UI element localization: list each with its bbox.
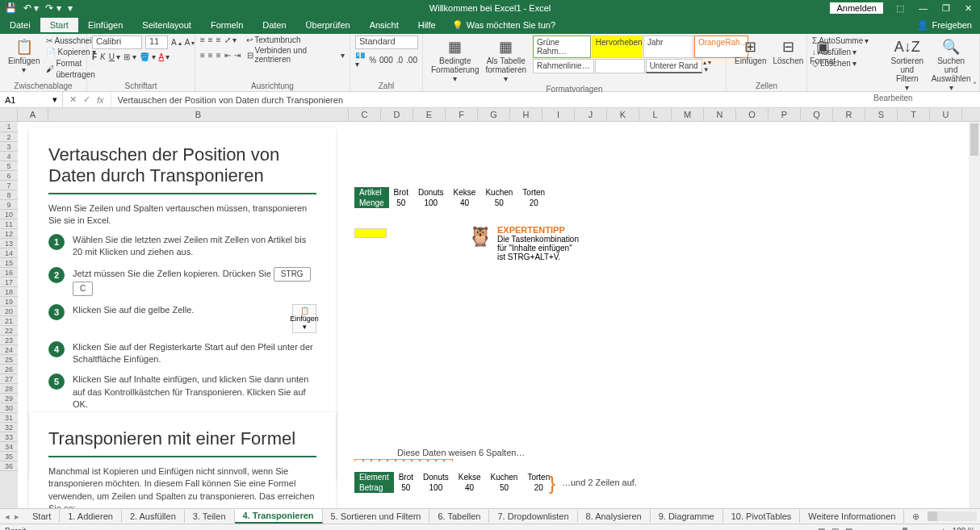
col-header[interactable]: T bbox=[898, 108, 930, 121]
col-header[interactable]: R bbox=[833, 108, 865, 121]
minimize-icon[interactable]: — bbox=[919, 3, 928, 14]
zoom-in-button[interactable]: + bbox=[941, 527, 946, 530]
tab-review[interactable]: Überprüfen bbox=[296, 18, 360, 32]
signin-button[interactable]: Anmelden bbox=[830, 2, 883, 14]
table-format-button[interactable]: ▦ Als Tabelle formatieren ▾ bbox=[482, 35, 530, 85]
font-name-select[interactable]: Calibri bbox=[92, 35, 142, 49]
tab-home[interactable]: Start bbox=[40, 18, 78, 32]
cancel-fx-icon[interactable]: ✕ bbox=[69, 94, 77, 105]
merge-button[interactable]: ⊟ Verbinden und zentrieren ▾ bbox=[247, 46, 345, 64]
tab-insert[interactable]: Einfügen bbox=[78, 18, 132, 32]
cell-style-2[interactable]: Hervorheben bbox=[592, 35, 643, 58]
sheet-tab[interactable]: Weitere Informationen bbox=[800, 510, 904, 523]
col-header[interactable]: G bbox=[478, 108, 510, 121]
new-sheet-button[interactable]: ⊕ bbox=[904, 511, 928, 522]
shrink-font-button[interactable]: A▾ bbox=[185, 38, 195, 47]
col-header[interactable]: E bbox=[413, 108, 446, 121]
tab-view[interactable]: Ansicht bbox=[360, 18, 408, 32]
zoom-out-button[interactable]: – bbox=[859, 527, 864, 530]
cond-format-button[interactable]: ▦ Bedingte Formatierung ▾ bbox=[428, 35, 482, 85]
tellme[interactable]: 💡 Was möchten Sie tun? bbox=[452, 20, 555, 31]
align-right-button[interactable]: ≡ bbox=[216, 46, 221, 64]
maximize-icon[interactable]: ❐ bbox=[942, 3, 950, 14]
tab-data[interactable]: Daten bbox=[253, 18, 295, 32]
number-format-select[interactable]: Standard bbox=[355, 35, 418, 49]
collapse-ribbon-button[interactable]: ˄ bbox=[973, 81, 977, 90]
sheet-tab[interactable]: 1. Addieren bbox=[60, 510, 122, 523]
accounting-button[interactable]: 💶▾ bbox=[355, 51, 366, 69]
col-header[interactable]: M bbox=[672, 108, 704, 121]
col-header[interactable]: O bbox=[736, 108, 769, 121]
align-mid-button[interactable]: ≡ bbox=[208, 35, 213, 44]
redo-icon[interactable]: ↷ ▾ bbox=[45, 2, 61, 14]
dec-dec-button[interactable]: .00 bbox=[406, 51, 417, 69]
fillcolor-button[interactable]: 🪣 ▾ bbox=[140, 52, 156, 61]
cell-style-6[interactable] bbox=[595, 59, 645, 73]
col-header[interactable]: F bbox=[446, 108, 478, 121]
vertical-scrollbar[interactable] bbox=[969, 122, 980, 508]
font-size-select[interactable]: 11 bbox=[145, 35, 168, 49]
share-button[interactable]: 👤 Freigeben bbox=[917, 20, 980, 31]
name-box[interactable]: A1▾ bbox=[0, 92, 63, 107]
sheet-tab[interactable]: 10. PivotTables bbox=[723, 510, 801, 523]
col-header[interactable]: J bbox=[575, 108, 607, 121]
col-header[interactable]: N bbox=[704, 108, 736, 121]
col-header[interactable]: D bbox=[381, 108, 413, 121]
col-header[interactable]: H bbox=[510, 108, 542, 121]
fx-icon[interactable]: fx bbox=[97, 95, 104, 105]
col-header[interactable]: Q bbox=[801, 108, 833, 121]
save-icon[interactable]: 💾 bbox=[5, 2, 17, 14]
cell-styles-dropdown[interactable]: ▴ ▾ ▼ bbox=[703, 59, 716, 73]
sort-button[interactable]: A↓ZSortieren und Filtern ▾ bbox=[886, 35, 928, 94]
sheet-tab[interactable]: 9. Diagramme bbox=[651, 510, 723, 523]
grow-font-button[interactable]: A▴ bbox=[171, 38, 182, 47]
sheet-tab[interactable]: 8. Analysieren bbox=[578, 510, 651, 523]
fill-button[interactable]: ↓ Ausfüllen ▾ bbox=[812, 47, 856, 58]
border-button[interactable]: ⊞ ▾ bbox=[124, 52, 136, 61]
sheet-tab-active[interactable]: 4. Transponieren bbox=[235, 509, 323, 524]
align-bot-button[interactable]: ≡ bbox=[216, 35, 221, 44]
align-top-button[interactable]: ≡ bbox=[200, 35, 205, 44]
view-pagelayout-icon[interactable]: ▤ bbox=[831, 527, 839, 530]
sheet-nav-next[interactable]: ▸ bbox=[15, 511, 19, 522]
col-header[interactable]: B bbox=[48, 108, 349, 121]
col-header[interactable]: P bbox=[769, 108, 801, 121]
col-header[interactable]: I bbox=[542, 108, 575, 121]
underline-button[interactable]: U ▾ bbox=[109, 52, 120, 61]
delete-cells-button[interactable]: ⊟Löschen bbox=[769, 35, 806, 67]
inc-dec-button[interactable]: .0 bbox=[396, 51, 403, 69]
col-header[interactable]: S bbox=[865, 108, 898, 121]
fontcolor-button[interactable]: A ▾ bbox=[159, 52, 170, 61]
sheet-tab[interactable]: 6. Tabellen bbox=[429, 510, 489, 523]
data-table-1[interactable]: ArtikelBrotDonutsKekseKuchenTorten Menge… bbox=[354, 187, 550, 208]
yellow-target-cell[interactable] bbox=[354, 228, 387, 238]
sheet-nav-prev[interactable]: ◂ bbox=[5, 511, 10, 522]
indent-dec-button[interactable]: ⇤ bbox=[224, 46, 231, 64]
sheet-tab[interactable]: Start bbox=[24, 510, 60, 523]
tab-file[interactable]: Datei bbox=[0, 18, 40, 32]
find-button[interactable]: 🔍Suchen und Auswählen ▾ bbox=[928, 35, 974, 94]
clear-button[interactable]: ◇ Löschen ▾ bbox=[812, 58, 856, 69]
qat-custom-icon[interactable]: ▾ bbox=[68, 2, 73, 14]
cell-style-1[interactable]: Grüne Rahm… bbox=[533, 35, 591, 58]
sheet-tab[interactable]: 2. Ausfüllen bbox=[122, 510, 185, 523]
data-table-2[interactable]: ElementBrotDonutsKekseKuchenTorten Betra… bbox=[354, 472, 555, 493]
bold-button[interactable]: F bbox=[92, 52, 97, 61]
view-normal-icon[interactable]: ▦ bbox=[818, 527, 825, 530]
tab-help[interactable]: Hilfe bbox=[408, 18, 446, 32]
col-header[interactable]: L bbox=[639, 108, 672, 121]
ribbon-options-icon[interactable]: ⬚ bbox=[896, 3, 904, 14]
align-left-button[interactable]: ≡ bbox=[200, 46, 205, 64]
sheet-tab[interactable]: 3. Teilen bbox=[185, 510, 235, 523]
cell-style-7[interactable]: Unterer Rand bbox=[646, 59, 702, 73]
paste-button[interactable]: 📋 Einfügen ▾ bbox=[5, 35, 43, 76]
sheet-tab[interactable]: 7. Dropdownlisten bbox=[489, 510, 577, 523]
wrap-button[interactable]: ↩ Textumbruch bbox=[246, 35, 300, 44]
comma-button[interactable]: 000 bbox=[379, 51, 393, 69]
close-icon[interactable]: ✕ bbox=[965, 3, 972, 14]
tab-formulas[interactable]: Formeln bbox=[201, 18, 253, 32]
accept-fx-icon[interactable]: ✓ bbox=[83, 94, 90, 105]
sheet-canvas[interactable]: Vertauschen der Position von Daten durch… bbox=[18, 122, 980, 508]
view-pagebreak-icon[interactable]: ▧ bbox=[845, 527, 852, 530]
orientation-button[interactable]: ⤢ ▾ bbox=[224, 35, 237, 44]
